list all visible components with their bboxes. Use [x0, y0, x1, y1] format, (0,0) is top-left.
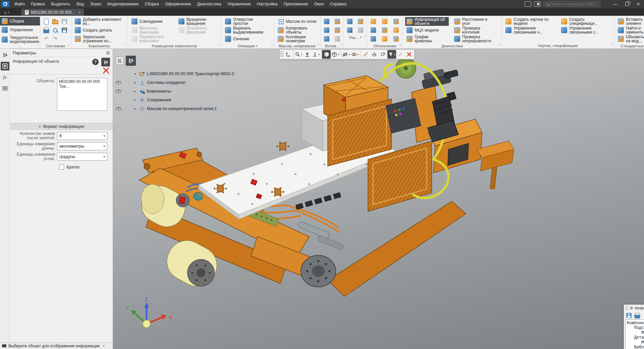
help-icon[interactable]: ?: [92, 59, 99, 65]
tree-root-row[interactable]: ▾ (-)MDG360.00.00.00.000 Транспортер MDG…: [115, 69, 234, 78]
geometry-collection-button[interactable]: Коллекция геометрии: [276, 35, 318, 43]
annotation-note-icon[interactable]: [382, 36, 387, 42]
menu-modeling[interactable]: Моделирование: [104, 0, 142, 8]
tree-row-concentric-array[interactable]: ▸ Массив по концентрической сетке:1: [115, 104, 234, 113]
aux-point-icon[interactable]: [335, 36, 340, 42]
group-label-array[interactable]: Массив, копирование⁞⁞: [274, 43, 320, 48]
home-tab-button[interactable]: ⌂ ▾: [2, 9, 11, 16]
group-label-partition[interactable]: Раз...▾⁞⁞: [344, 35, 367, 40]
length-units-select[interactable]: миллиметры▾: [57, 142, 107, 150]
distance-angle-button[interactable]: Расстояние и угол: [453, 17, 499, 26]
collision-check-button[interactable]: Проверка коллизий: [453, 26, 499, 35]
expand-icon[interactable]: ▸: [133, 98, 137, 102]
layout-single-icon[interactable]: [525, 1, 531, 7]
annotation-dimension-icon[interactable]: [371, 19, 376, 24]
copy-objects-button[interactable]: Копировать объекты: [276, 26, 318, 35]
mode-assembly[interactable]: Сборка: [0, 17, 40, 26]
cut-extrude-button[interactable]: Вырезать выдавливанием: [224, 26, 271, 35]
orientation-dropdown[interactable]: ▾: [312, 50, 320, 59]
shaded-view-button[interactable]: [322, 50, 331, 59]
tree-panel-icon[interactable]: [1, 51, 9, 59]
info-print-icon[interactable]: [634, 314, 640, 318]
measure-points-button[interactable]: [361, 50, 370, 59]
annotation-mark-icon[interactable]: [393, 19, 399, 24]
create-part-button[interactable]: Создать деталь: [73, 26, 125, 35]
mode-management[interactable]: Управление: [0, 26, 40, 34]
local-csys-button[interactable]: [284, 50, 292, 59]
partition-create-icon[interactable]: [347, 19, 353, 24]
expand-icon[interactable]: ▸: [133, 90, 137, 93]
disable-fixation-button[interactable]: Отключить фиксацию: [177, 26, 219, 35]
parameters-panel-icon[interactable]: [1, 62, 9, 70]
zoom-dropdown[interactable]: ▾: [294, 50, 303, 59]
redo-icon[interactable]: ↷: [53, 36, 57, 42]
annotation-roughness-icon[interactable]: [382, 28, 387, 33]
decimal-places-select[interactable]: 6▾: [57, 132, 107, 140]
move-component-button[interactable]: Переместить компонент: [130, 35, 173, 43]
add-component-button[interactable]: Добавить компонент из...: [73, 17, 125, 26]
menu-select[interactable]: Выделить: [48, 0, 73, 8]
filter-dropdown[interactable]: ▾: [387, 50, 396, 59]
menu-edit[interactable]: Правка: [28, 0, 48, 8]
manage-linked-drawings-button[interactable]: Управление связанными ч...: [504, 26, 556, 35]
group-label-components[interactable]: Компоненты⁞⁞: [71, 43, 127, 48]
command-search[interactable]: [543, 1, 600, 7]
rotation-rotation-button[interactable]: Вращение-вращение: [177, 17, 219, 26]
aux-offset-plane-icon[interactable]: [324, 28, 329, 33]
mass-properties-button[interactable]: МЦХ модели: [405, 26, 449, 35]
print-icon[interactable]: [43, 29, 49, 33]
group-label-operations[interactable]: Операции▾⁞⁞: [221, 43, 274, 48]
expand-icon[interactable]: ▸: [133, 107, 137, 110]
annotation-tolerance-icon[interactable]: [393, 28, 399, 33]
object-info-button[interactable]: Информация об объекте: [405, 17, 449, 26]
tree-row-mates[interactable]: ▸ Сопряжения: [115, 96, 234, 104]
kompas-logo-icon[interactable]: [1, 1, 9, 7]
brief-checkbox[interactable]: [59, 164, 64, 169]
visibility-eye-icon[interactable]: [116, 107, 121, 110]
group-label-system[interactable]: Системная⁞⁞: [40, 43, 71, 48]
restore-button[interactable]: [621, 0, 633, 8]
group-label-drawing[interactable]: Чертеж, спецификация⁞⁞: [502, 43, 614, 48]
menu-layout[interactable]: Оформление: [162, 0, 194, 8]
panel-menu-icon[interactable]: [1, 84, 9, 93]
annotation-leader-icon[interactable]: [382, 19, 387, 24]
menu-view[interactable]: Вид: [73, 0, 87, 8]
mode-solid-modeling[interactable]: Твердотельное моделирование: [0, 34, 40, 45]
info-save-icon[interactable]: [626, 313, 631, 318]
minimize-button[interactable]: —: [610, 0, 621, 8]
tree-mode-button[interactable]: [101, 58, 110, 66]
undo-icon[interactable]: ↶: [44, 36, 48, 42]
home-dropdown-icon[interactable]: ▾: [8, 11, 9, 14]
annotation-symbol-icon[interactable]: [393, 36, 399, 42]
cancel-command-icon[interactable]: [103, 67, 109, 75]
group-label-diagnostics[interactable]: Диагностика⁞⁞: [403, 43, 501, 48]
group-label-annotations[interactable]: Обозначения⁞⁞: [367, 43, 402, 48]
wireframe-view-dropdown[interactable]: ▾: [331, 50, 340, 59]
info-window-content[interactable]: Компоненты всех уровней = 3061 Подсборки…: [625, 319, 644, 349]
menu-management[interactable]: Управление: [224, 0, 254, 8]
group-label-standard-parts[interactable]: Стандартные изделия⁞⁞: [614, 43, 644, 48]
clip-volume-button[interactable]: [370, 50, 379, 59]
collapse-icon[interactable]: ▾: [133, 72, 137, 76]
context-display-button[interactable]: [379, 50, 387, 59]
dismiss-hint-icon[interactable]: ×: [102, 344, 105, 348]
partition-manage-icon[interactable]: [347, 28, 353, 33]
window-grip-icon[interactable]: [626, 306, 628, 310]
menu-diagnostics[interactable]: Диагностика: [194, 0, 224, 8]
search-input[interactable]: [550, 2, 598, 6]
objects-listbox[interactable]: MDG360.00.00.00.000 Тра...: [57, 78, 107, 111]
manage-linked-bom-button[interactable]: Управление связанными с...: [560, 26, 611, 35]
group-label-placement[interactable]: Размещение компонентов⁞⁞: [128, 43, 221, 48]
edit-style-button[interactable]: [396, 50, 405, 59]
angle-units-select[interactable]: градусы▾: [57, 153, 107, 161]
toolbar-grip-handle[interactable]: [280, 51, 284, 57]
section-format-header[interactable]: ∧ Формат информации: [10, 123, 113, 130]
curvature-graph-button[interactable]: График кривизны: [405, 35, 449, 43]
tree-composition-toggle[interactable]: [116, 57, 124, 65]
aux-cut-icon[interactable]: [335, 19, 340, 24]
layout-split-icon[interactable]: [534, 1, 541, 7]
partition-snapshot-icon[interactable]: [358, 19, 363, 24]
group-label-auxiliary[interactable]: Вспом...⁞⁞: [321, 43, 343, 48]
grid-array-button[interactable]: Массив по сетке: [276, 17, 318, 26]
update-links-button[interactable]: Обновить ссылки на мод...: [616, 35, 644, 43]
